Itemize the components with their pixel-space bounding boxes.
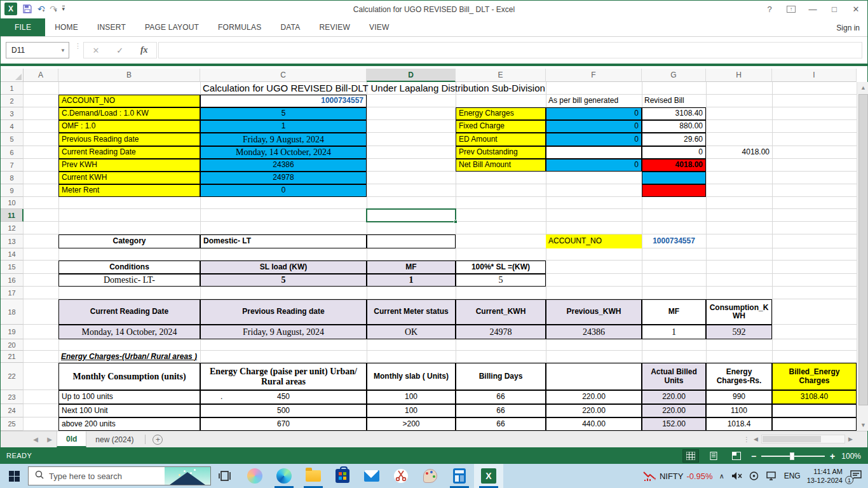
snipping-tool-button[interactable] xyxy=(386,464,416,488)
cell-E5[interactable]: ED Amount xyxy=(456,133,546,146)
cell-C2[interactable]: 1000734557 xyxy=(200,95,367,107)
cell-G2[interactable]: Revised Bill xyxy=(642,95,706,107)
sheet-nav-left-icon[interactable]: ◀ xyxy=(29,431,43,447)
zoom-out-icon[interactable]: − xyxy=(751,451,756,461)
column-header-E[interactable]: E xyxy=(456,69,546,82)
cell-G4[interactable]: 880.00 xyxy=(642,120,706,133)
column-header-I[interactable]: I xyxy=(772,69,857,82)
paint-button[interactable] xyxy=(416,464,445,488)
cell-C1[interactable]: Calculation for UGO REVISED Bill-DLT Und… xyxy=(200,82,642,95)
fill-handle[interactable] xyxy=(454,220,458,224)
network-icon[interactable] xyxy=(766,471,778,481)
cell-C18[interactable]: Previous Reading date xyxy=(200,299,367,325)
row-header-1[interactable]: 1 xyxy=(1,82,24,95)
scroll-down-icon[interactable]: ▼ xyxy=(857,419,868,431)
calculator-button[interactable] xyxy=(445,464,474,488)
column-header-D[interactable]: D xyxy=(367,69,456,82)
cell-F18[interactable]: Previous_KWH xyxy=(546,299,642,325)
cell-F13[interactable]: ACCOUNT_NO xyxy=(546,234,642,248)
cell-C7[interactable]: 24386 xyxy=(200,159,367,172)
zoom-slider[interactable] xyxy=(761,456,825,457)
cell-G9[interactable] xyxy=(642,184,706,197)
row-header-11[interactable]: 11 xyxy=(1,209,24,222)
row-header-12[interactable]: 12 xyxy=(1,222,24,234)
hscroll-thumb[interactable] xyxy=(763,436,821,442)
notification-center-button[interactable]: 1 xyxy=(849,469,864,483)
horizontal-scrollbar[interactable]: ⋮ ◀ ▶ xyxy=(743,434,855,444)
row-header-22[interactable]: 22 xyxy=(1,363,24,390)
microsoft-store-button[interactable] xyxy=(328,464,357,488)
column-header-B[interactable]: B xyxy=(58,69,200,82)
cell-B16[interactable]: Domestic- LT- xyxy=(58,274,200,287)
cell-F7[interactable]: 0 xyxy=(546,159,642,172)
row-header-10[interactable]: 10 xyxy=(1,197,24,209)
file-explorer-button[interactable] xyxy=(299,464,328,488)
cell-E18[interactable]: Current_KWH xyxy=(456,299,546,325)
cell-I25[interactable] xyxy=(772,417,857,431)
cell-C22[interactable]: Energy Charge (paise per unit) Urban/ Ru… xyxy=(200,363,367,390)
cell-B9[interactable]: Meter Rent xyxy=(58,184,200,197)
scroll-up-icon[interactable]: ▲ xyxy=(857,82,868,93)
cell-E23[interactable]: 66 xyxy=(456,390,546,404)
cell-B19[interactable]: Monday, 14 October, 2024 xyxy=(58,325,200,339)
cell-G23[interactable]: 220.00 xyxy=(642,390,706,404)
cell-G19[interactable]: 1 xyxy=(642,325,706,339)
stock-ticker[interactable]: NIFTY -0.95% xyxy=(642,470,713,482)
cell-B6[interactable]: Current Reading Date xyxy=(58,146,200,159)
hscroll-left-icon[interactable]: ◀ xyxy=(752,436,760,442)
cell-E6[interactable]: Prev Outstanding xyxy=(456,146,546,159)
zoom-slider-thumb[interactable] xyxy=(790,452,794,460)
zoom-in-icon[interactable]: + xyxy=(830,451,835,461)
cell-F25[interactable]: 440.00 xyxy=(546,417,642,431)
cell-B21[interactable]: Energy Charges-(Urban/ Rural areas ) xyxy=(58,351,367,363)
row-header-7[interactable]: 7 xyxy=(1,159,24,172)
sheet-nav-right-icon[interactable]: ▶ xyxy=(43,431,57,447)
selected-cell-D11[interactable] xyxy=(366,208,456,222)
cell-H24[interactable]: 1100 xyxy=(706,404,772,417)
cell-B4[interactable]: OMF : 1.0 xyxy=(58,120,200,133)
cell-B24[interactable]: Next 100 Unit xyxy=(58,404,200,417)
cell-E22[interactable]: Billing Days xyxy=(456,363,546,390)
cell-B7[interactable]: Prev KWH xyxy=(58,159,200,172)
cell-B18[interactable]: Current Reading Date xyxy=(58,299,200,325)
hscroll-track[interactable] xyxy=(761,435,845,444)
cell-B15[interactable]: Conditions xyxy=(58,261,200,274)
cell-G13[interactable]: 1000734557 xyxy=(642,234,706,248)
cell-F6[interactable] xyxy=(546,146,642,159)
cell-D15[interactable]: MF xyxy=(367,261,456,274)
row-header-3[interactable]: 3 xyxy=(1,107,24,120)
sheet-tab-0ld[interactable]: 0ld xyxy=(57,431,86,447)
cell-B25[interactable]: above 200 units xyxy=(58,417,200,431)
cell-D18[interactable]: Current Meter status xyxy=(367,299,456,325)
cell-C25[interactable]: 670 xyxy=(200,417,367,431)
row-header-21[interactable]: 21 xyxy=(1,351,24,363)
cell-C16[interactable]: 5 xyxy=(200,274,367,287)
hscroll-right-icon[interactable]: ▶ xyxy=(846,436,855,442)
cell-F22[interactable] xyxy=(546,363,642,390)
edge-button[interactable] xyxy=(269,464,299,488)
cell-E16[interactable]: 5 xyxy=(456,274,546,287)
cell-C6[interactable]: Monday, 14 October, 2024 xyxy=(200,146,367,159)
show-hidden-icons-button[interactable]: ∧ xyxy=(719,472,724,480)
column-header-C[interactable]: C xyxy=(200,69,367,82)
cell-C24[interactable]: 500 xyxy=(200,404,367,417)
cell-B5[interactable]: Previous Reading date xyxy=(58,133,200,146)
copilot-button[interactable] xyxy=(240,464,269,488)
cell-D16[interactable]: 1 xyxy=(367,274,456,287)
cell-B23[interactable]: Up to 100 units xyxy=(58,390,200,404)
cell-B8[interactable]: Current KWH xyxy=(58,172,200,184)
row-header-4[interactable]: 4 xyxy=(1,120,24,133)
cell-G7[interactable]: 4018.00 xyxy=(642,159,706,172)
cell-C23[interactable]: . xyxy=(200,390,367,404)
zoom-percentage[interactable]: 100% xyxy=(841,452,861,461)
cell-D25[interactable]: >200 xyxy=(367,417,456,431)
cell-E3[interactable]: Energy Charges xyxy=(456,107,546,120)
cell-H25[interactable]: 1018.4 xyxy=(706,417,772,431)
cell-G24[interactable]: 220.00 xyxy=(642,404,706,417)
cell-G5[interactable]: 29.60 xyxy=(642,133,706,146)
row-header-13[interactable]: 13 xyxy=(1,234,24,248)
column-header-F[interactable]: F xyxy=(546,69,642,82)
cell-H22[interactable]: Energy Charges-Rs. xyxy=(706,363,772,390)
cell-E24[interactable]: 66 xyxy=(456,404,546,417)
row-header-15[interactable]: 15 xyxy=(1,261,24,274)
